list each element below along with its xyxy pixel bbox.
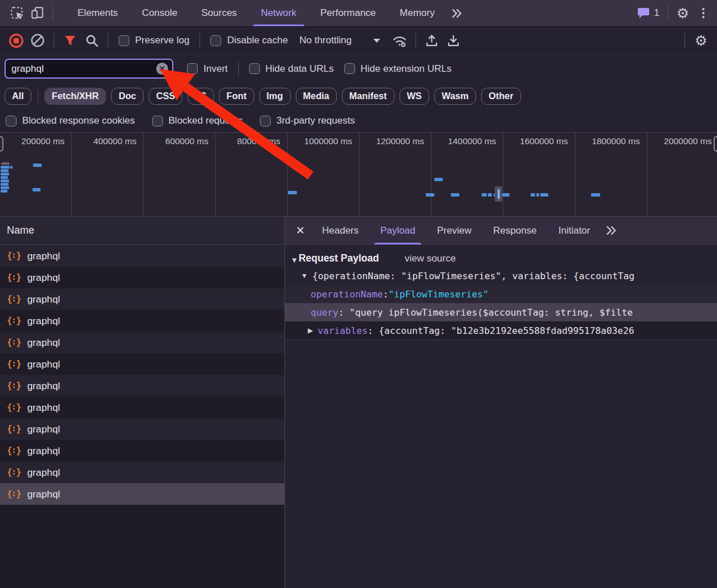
timeline-request-bar[interactable] (1, 179, 9, 182)
timeline-request-bar[interactable] (1, 186, 9, 189)
inspect-element-icon[interactable] (7, 3, 27, 23)
timeline-request-bar[interactable] (33, 164, 42, 167)
device-toolbar-icon[interactable] (27, 3, 48, 23)
filter-chip-doc[interactable]: Doc (111, 88, 144, 105)
collapsed-triangle-icon[interactable]: ▶ (308, 326, 313, 334)
request-row[interactable]: {}graphql (0, 483, 284, 505)
view-source-link[interactable]: view source (405, 253, 456, 264)
hide-data-urls-checkbox[interactable]: Hide data URLs (249, 63, 334, 75)
timeline-request-bar[interactable] (488, 193, 492, 197)
request-row[interactable]: {}graphql (0, 245, 284, 267)
timeline-request-bar[interactable] (32, 188, 40, 191)
filter-input[interactable] (6, 63, 172, 75)
request-row[interactable]: {}graphql (0, 353, 284, 375)
tab-performance[interactable]: Performance (308, 0, 388, 26)
request-row[interactable]: {}graphql (0, 397, 284, 418)
kebab-menu-icon[interactable] (693, 3, 714, 23)
throttling-select[interactable]: No throttling (299, 35, 380, 46)
request-row[interactable]: {}graphql (0, 375, 284, 397)
timeline-request-bar[interactable] (536, 193, 539, 197)
invert-checkbox[interactable]: Invert (187, 63, 228, 75)
filter-chip-wasm[interactable]: Wasm (434, 88, 476, 105)
tab-console[interactable]: Console (130, 0, 189, 26)
timeline-scroll-handle-left[interactable] (0, 136, 3, 152)
timeline-request-bar[interactable] (1, 166, 10, 169)
timeline-request-bar[interactable] (1, 183, 9, 186)
clear-filter-icon[interactable]: ✕ (156, 63, 168, 75)
tab-memory[interactable]: Memory (388, 0, 446, 26)
timeline-scroll-handle-right[interactable] (714, 136, 717, 152)
network-conditions-icon[interactable] (389, 30, 410, 51)
detail-tab-response[interactable]: Response (482, 217, 548, 244)
checkbox[interactable] (152, 116, 163, 126)
timeline-request-bar[interactable] (1, 169, 9, 172)
hide-extension-urls-checkbox[interactable]: Hide extension URLs (344, 63, 452, 75)
timeline-request-bar[interactable] (426, 193, 434, 197)
timeline-request-bar[interactable] (540, 193, 548, 197)
filter-chip-img[interactable]: Img (259, 88, 291, 105)
request-row[interactable]: {}graphql (0, 267, 284, 288)
filter-chip-other[interactable]: Other (481, 88, 520, 105)
payload-row[interactable]: operationName: "ipFlowTimeseries" (285, 285, 717, 303)
timeline-request-bar[interactable] (502, 193, 510, 197)
collapse-triangle-icon[interactable]: ▼ (291, 256, 298, 264)
timeline-request-bar[interactable] (451, 193, 459, 197)
record-network-log-icon[interactable] (6, 30, 26, 51)
payload-row[interactable]: query: "query ipFlowTimeseries($accountT… (285, 303, 717, 321)
disable-cache-checkbox[interactable]: Disable cache (210, 35, 288, 46)
checkbox[interactable] (187, 63, 198, 74)
network-overview-timeline[interactable]: 200000 ms400000 ms600000 ms800000 ms1000… (0, 132, 717, 217)
tab-sources[interactable]: Sources (189, 0, 248, 26)
checkbox[interactable] (6, 116, 17, 126)
expanded-triangle-icon[interactable]: ▼ (301, 272, 308, 280)
detail-tab-preview[interactable]: Preview (426, 217, 482, 244)
timeline-request-bar[interactable] (10, 166, 13, 169)
detail-tab-payload[interactable]: Payload (369, 217, 426, 244)
filter-chip-media[interactable]: Media (296, 88, 337, 105)
request-row[interactable]: {}graphql (0, 462, 284, 483)
checkbox[interactable] (119, 35, 129, 46)
request-row[interactable]: {}graphql (0, 418, 284, 440)
name-column-header[interactable]: Name (0, 217, 284, 245)
3rd-party-requests-checkbox[interactable]: 3rd-party requests (260, 115, 355, 126)
timeline-request-bar[interactable] (531, 193, 535, 197)
checkbox[interactable] (210, 35, 221, 46)
filter-chip-font[interactable]: Font (219, 88, 254, 105)
detail-tab-headers[interactable]: Headers (311, 217, 369, 244)
clear-network-log-icon[interactable] (27, 30, 48, 51)
timeline-request-bar[interactable] (1, 173, 9, 175)
close-details-icon[interactable]: ✕ (290, 224, 311, 237)
checkbox[interactable] (344, 63, 355, 74)
more-detail-tabs-icon[interactable] (601, 220, 621, 241)
timeline-request-bar[interactable] (1, 176, 8, 179)
tab-elements[interactable]: Elements (66, 0, 130, 26)
timeline-request-bar[interactable] (591, 193, 600, 197)
filter-chip-fetch-xhr[interactable]: Fetch/XHR (44, 88, 106, 105)
checkbox[interactable] (249, 63, 260, 74)
blocked-response-cookies-checkbox[interactable]: Blocked response cookies (6, 115, 135, 126)
payload-row[interactable]: ▼{operationName: "ipFlowTimeseries", var… (285, 267, 717, 285)
issues-button[interactable]: 1 (637, 7, 659, 19)
blocked-requests-checkbox[interactable]: Blocked requests (152, 115, 243, 126)
settings-gear-icon[interactable]: ⚙ (673, 3, 693, 23)
filter-funnel-icon[interactable] (60, 30, 80, 51)
checkbox[interactable] (260, 116, 271, 126)
filter-chip-all[interactable]: All (5, 88, 31, 105)
timeline-request-bar[interactable] (482, 193, 487, 197)
timeline-request-bar[interactable] (434, 178, 443, 181)
timeline-selected-marker[interactable] (495, 186, 502, 202)
import-har-icon[interactable] (422, 30, 442, 51)
filter-chip-ws[interactable]: WS (400, 88, 429, 105)
request-row[interactable]: {}graphql (0, 440, 284, 462)
export-har-icon[interactable] (443, 30, 464, 51)
more-tabs-icon[interactable] (447, 3, 467, 23)
request-row[interactable]: {}graphql (0, 310, 284, 332)
filter-chip-js[interactable]: JS (188, 88, 214, 105)
preserve-log-checkbox[interactable]: Preserve log (119, 35, 189, 46)
filter-chip-manifest[interactable]: Manifest (342, 88, 394, 105)
timeline-request-bar[interactable] (1, 190, 7, 193)
tab-network[interactable]: Network (249, 0, 308, 26)
payload-row[interactable]: ▶variables: {accountTag: "b12e3b2192ee55… (285, 321, 717, 340)
timeline-request-bar[interactable] (1, 162, 10, 165)
search-icon[interactable] (82, 30, 102, 51)
